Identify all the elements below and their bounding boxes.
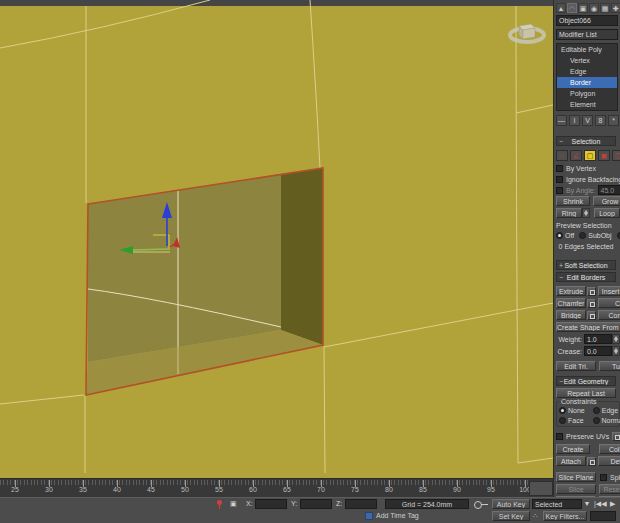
edit-geometry-rollout-header[interactable]: −Edit Geometry [556, 376, 616, 386]
grow-button[interactable]: Grow [593, 196, 620, 206]
motion-tab-icon[interactable]: ◉ [589, 3, 599, 13]
loop-button[interactable]: Loop [594, 208, 620, 218]
create-button[interactable]: Create [556, 444, 590, 454]
modify-tab-icon[interactable]: ◠ [567, 3, 577, 13]
dropdown-arrow-icon[interactable]: ▼ [583, 499, 591, 509]
add-time-tag[interactable]: Add Time Tag [365, 511, 419, 521]
extrude-button[interactable]: Extrude [556, 286, 586, 296]
timeline-tick-label: 60 [249, 486, 257, 493]
constraint-normal-radio[interactable]: Normal [593, 416, 620, 424]
command-panel: ▲ ◠ ▣ ◉ ▦ ✚ Object066 Modifier List Edit… [553, 0, 620, 497]
vertex-subobject-icon[interactable]: ∴ [556, 150, 568, 161]
connect-button[interactable]: Connect [598, 310, 620, 320]
auto-key-button[interactable]: Auto Key [492, 499, 530, 509]
timeline-tick-label: 35 [79, 486, 87, 493]
slice-button[interactable]: Slice [556, 484, 596, 494]
modifier-list-dropdown[interactable]: Modifier List [556, 29, 618, 40]
split-checkbox[interactable]: Split [600, 473, 620, 481]
paw-filter-icon[interactable]: ∴ [533, 511, 537, 521]
edge-subobject-icon[interactable]: ∠ [570, 150, 582, 161]
reset-plane-button[interactable]: Reset Plane [599, 484, 620, 494]
bridge-settings-icon[interactable] [587, 311, 596, 320]
pin-stack-icon[interactable]: — [556, 115, 567, 126]
border-subobject-icon[interactable]: ▢ [584, 150, 596, 161]
go-to-start-icon[interactable]: |◀◀ [594, 499, 607, 509]
turn-button[interactable]: Turn [599, 361, 620, 371]
set-key-button[interactable]: Set Key [492, 511, 530, 521]
selection-lock-icon[interactable] [217, 500, 222, 505]
stack-item-vertex[interactable]: Vertex [557, 55, 617, 66]
hierarchy-tab-icon[interactable]: ▣ [578, 3, 588, 13]
y-coord-field[interactable] [300, 499, 332, 509]
ring-button[interactable]: Ring [556, 208, 582, 218]
stack-item-element[interactable]: Element [557, 99, 617, 110]
by-vertex-checkbox[interactable]: By Vertex [556, 164, 620, 172]
crease-field[interactable]: 0.0 [584, 346, 612, 356]
element-subobject-icon[interactable]: ◫ [612, 150, 620, 161]
attach-button[interactable]: Attach [556, 456, 586, 466]
stack-item-border[interactable]: Border [557, 77, 617, 88]
constraint-face-radio[interactable]: Face [559, 416, 584, 424]
insert-vertex-button[interactable]: Insert Vertex [598, 286, 620, 296]
display-tab-icon[interactable]: ▦ [600, 3, 610, 13]
edit-borders-rollout-header[interactable]: −Edit Borders [556, 272, 616, 282]
repeat-last-button[interactable]: Repeat Last [556, 388, 616, 398]
edit-tri-button[interactable]: Edit Tri. [556, 361, 596, 371]
preserve-uvs-checkbox[interactable]: Preserve UVs [556, 432, 620, 440]
preserve-uvs-settings-icon[interactable] [612, 432, 620, 441]
stack-item-edge[interactable]: Edge [557, 66, 617, 77]
3ds-max-window: ▲ ◠ ▣ ◉ ▦ ✚ Object066 Modifier List Edit… [0, 0, 620, 523]
object-name-field[interactable]: Object066 [556, 15, 618, 26]
key-filters-button[interactable]: Key Filters... [543, 511, 587, 521]
time-slider-track[interactable]: 253035404550556065707580859095100 [0, 478, 553, 497]
make-unique-icon[interactable]: V [582, 115, 593, 126]
preview-selection-label: Preview Selection [556, 222, 620, 229]
selection-rollout-header[interactable]: −Selection [556, 136, 616, 146]
timeline-tick-label: 55 [215, 486, 223, 493]
weight-field[interactable]: 1.0 [584, 334, 612, 344]
stack-item-editable-poly[interactable]: Editable Poly [557, 44, 617, 55]
create-tab-icon[interactable]: ▲ [556, 3, 566, 13]
z-coord-field[interactable] [345, 499, 377, 509]
ring-spinner[interactable] [582, 208, 590, 218]
constraint-none-radio[interactable]: None [559, 406, 585, 414]
detach-button[interactable]: Detach [598, 456, 620, 466]
viewcube-front-face[interactable] [523, 28, 535, 39]
by-angle-field[interactable]: 45.0 [598, 185, 620, 195]
selected-filter-dropdown[interactable]: Selected [532, 499, 582, 509]
collapse-button[interactable]: Collapse [599, 444, 620, 454]
preview-subobj-radio[interactable]: SubObj [579, 231, 611, 239]
slice-plane-button[interactable]: Slice Plane [556, 472, 596, 482]
gizmo-y-axis[interactable] [133, 249, 168, 250]
polygon-subobject-icon[interactable]: ◼ [598, 150, 610, 161]
current-frame-field[interactable] [590, 511, 616, 521]
absolute-offset-toggle-icon[interactable]: ▣ [230, 499, 237, 509]
preview-multi-radio[interactable]: Multi [617, 231, 620, 239]
cap-button[interactable]: Cap [598, 298, 620, 308]
weight-spinner[interactable] [612, 334, 620, 344]
crease-spinner[interactable] [612, 346, 620, 356]
remove-modifier-icon[interactable]: 8 [595, 115, 606, 126]
create-shape-button[interactable]: Create Shape From Selection [556, 322, 620, 332]
by-angle-checkbox[interactable]: By Angle: 45.0 [556, 186, 620, 194]
constraint-edge-radio[interactable]: Edge [593, 406, 618, 414]
shrink-button[interactable]: Shrink [556, 196, 590, 206]
x-coord-field[interactable] [255, 499, 287, 509]
attach-settings-icon[interactable] [587, 457, 596, 466]
bridge-button[interactable]: Bridge [556, 310, 586, 320]
weight-label: Weight: [556, 336, 584, 343]
utilities-tab-icon[interactable]: ✚ [611, 3, 620, 13]
soft-selection-rollout-header[interactable]: +Soft Selection [556, 260, 616, 270]
extrude-settings-icon[interactable] [587, 287, 596, 296]
configure-modifier-sets-icon[interactable]: * [608, 115, 619, 126]
preview-off-radio[interactable]: Off [556, 231, 574, 239]
ignore-backfacing-checkbox[interactable]: Ignore Backfacing [556, 175, 620, 183]
stack-item-polygon[interactable]: Polygon [557, 88, 617, 99]
perspective-viewport[interactable] [0, 0, 553, 478]
play-icon[interactable]: ▶ [610, 499, 615, 509]
chamfer-button[interactable]: Chamfer [556, 298, 586, 308]
chamfer-settings-icon[interactable] [587, 299, 596, 308]
show-end-result-icon[interactable]: I [569, 115, 580, 126]
stack-toolbar: — I V 8 * [556, 114, 620, 126]
timeline-tick-label: 50 [181, 486, 189, 493]
